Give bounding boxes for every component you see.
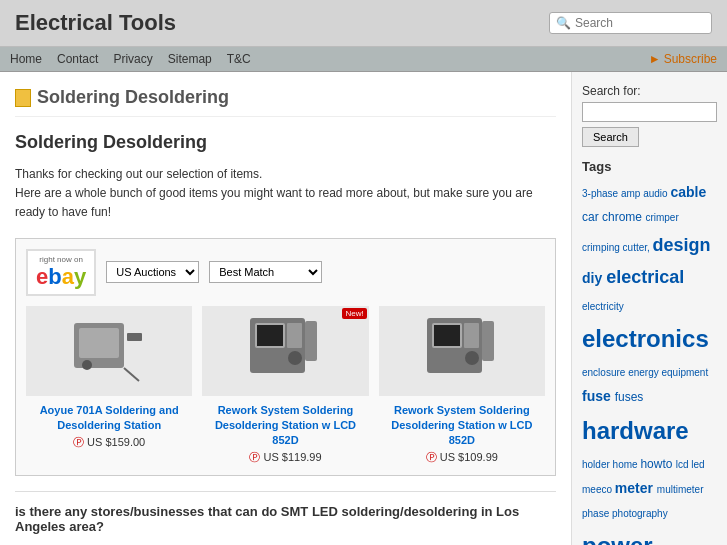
product-link-2[interactable]: Rework System Soldering Desoldering Stat… bbox=[215, 404, 356, 446]
tags-container: 3-phase amp audio cable car chrome crimp… bbox=[582, 180, 717, 545]
svg-rect-16 bbox=[482, 321, 494, 361]
product-grid: Aoyue 701A Soldering and Desoldering Sta… bbox=[26, 306, 545, 465]
page-heading-text: Soldering Desoldering bbox=[37, 87, 229, 108]
section-title: Soldering Desoldering bbox=[15, 132, 556, 153]
svg-rect-10 bbox=[305, 321, 317, 361]
product-title-2: Rework System Soldering Desoldering Stat… bbox=[202, 402, 368, 447]
tag-power[interactable]: power bbox=[582, 532, 659, 545]
svg-rect-2 bbox=[127, 333, 142, 341]
tags-title: Tags bbox=[582, 159, 717, 174]
tag-diy[interactable]: diy bbox=[582, 270, 606, 286]
ebay-widget: right now on ebay US Auctions UK Auction… bbox=[15, 238, 556, 476]
svg-rect-8 bbox=[287, 323, 302, 348]
tag-fuses[interactable]: fuses bbox=[615, 390, 644, 404]
sort-select[interactable]: Best Match Price + Shipping Newly Listed bbox=[209, 261, 322, 283]
qa-section: is there any stores/businesses that can … bbox=[15, 491, 556, 545]
product-price-value-3: US $109.99 bbox=[440, 451, 498, 463]
tag-car[interactable]: car bbox=[582, 210, 602, 224]
tag-howto[interactable]: howto bbox=[640, 457, 675, 471]
svg-rect-14 bbox=[464, 323, 479, 348]
product-title-1: Aoyue 701A Soldering and Desoldering Sta… bbox=[26, 402, 192, 432]
tag-crimper[interactable]: crimper bbox=[645, 212, 678, 223]
tag-electrical[interactable]: electrical bbox=[606, 267, 684, 287]
tag-electronics[interactable]: electronics bbox=[582, 325, 709, 352]
tag-electricity[interactable]: electricity bbox=[582, 301, 624, 312]
tag-multimeter[interactable]: multimeter bbox=[657, 484, 704, 495]
tag-meeco[interactable]: meeco bbox=[582, 484, 615, 495]
header-search-box: 🔍 bbox=[549, 12, 712, 34]
nav-privacy[interactable]: Privacy bbox=[113, 52, 152, 66]
nav-contact[interactable]: Contact bbox=[57, 52, 98, 66]
ebay-controls: right now on ebay US Auctions UK Auction… bbox=[26, 249, 545, 296]
new-badge: New! bbox=[342, 308, 366, 319]
svg-rect-13 bbox=[434, 325, 460, 346]
svg-rect-1 bbox=[79, 328, 119, 358]
product-title-3: Rework System Soldering Desoldering Stat… bbox=[379, 402, 545, 447]
tag-led[interactable]: led bbox=[691, 459, 704, 470]
product-price-2: Ⓟ US $119.99 bbox=[202, 450, 368, 465]
subscribe-link[interactable]: ► Subscribe bbox=[649, 52, 717, 66]
sidebar-search-button[interactable]: Search bbox=[582, 127, 639, 147]
intro-line1: Thanks for checking out our selection of… bbox=[15, 167, 262, 181]
sidebar: Search for: Search Tags 3-phase amp audi… bbox=[572, 72, 727, 545]
auction-select[interactable]: US Auctions UK Auctions CA Auctions bbox=[106, 261, 199, 283]
header-search-input[interactable] bbox=[575, 16, 705, 30]
tag-home[interactable]: home bbox=[613, 459, 641, 470]
site-title: Electrical Tools bbox=[15, 10, 176, 36]
nav-sitemap[interactable]: Sitemap bbox=[168, 52, 212, 66]
tag-cable[interactable]: cable bbox=[670, 184, 706, 200]
tag-amp[interactable]: amp bbox=[621, 188, 643, 199]
tag-energy[interactable]: energy bbox=[628, 367, 661, 378]
sidebar-search-input[interactable] bbox=[582, 102, 717, 122]
tag-photography[interactable]: photography bbox=[612, 508, 668, 519]
product-link-1[interactable]: Aoyue 701A Soldering and Desoldering Sta… bbox=[40, 404, 179, 431]
tag-crimping[interactable]: crimping bbox=[582, 242, 623, 253]
product-price-value-1: US $159.00 bbox=[87, 436, 145, 448]
page-heading: Soldering Desoldering bbox=[15, 87, 556, 117]
tag-phase[interactable]: phase bbox=[582, 508, 612, 519]
ebay-now-on: right now on bbox=[36, 255, 86, 264]
tag-meter[interactable]: meter bbox=[615, 480, 657, 496]
search-icon: 🔍 bbox=[556, 16, 571, 30]
product-img-3 bbox=[379, 306, 545, 396]
intro-text: Thanks for checking out our selection of… bbox=[15, 165, 556, 223]
tag-hardware[interactable]: hardware bbox=[582, 417, 689, 444]
product-img-2: New! bbox=[202, 306, 368, 396]
tag-audio[interactable]: audio bbox=[643, 188, 670, 199]
tag-lcd[interactable]: lcd bbox=[676, 459, 692, 470]
subscribe-label: Subscribe bbox=[664, 52, 717, 66]
intro-line2: Here are a whole bunch of good items you… bbox=[15, 186, 533, 219]
page-icon bbox=[15, 89, 31, 107]
svg-point-3 bbox=[82, 360, 92, 370]
svg-line-4 bbox=[124, 368, 139, 381]
qa-answer: Just like the question says. I need some… bbox=[15, 542, 556, 545]
tag-enclosure[interactable]: enclosure bbox=[582, 367, 628, 378]
nav-links: Home Contact Privacy Sitemap T&C bbox=[10, 52, 251, 66]
product-img-1 bbox=[26, 306, 192, 396]
svg-rect-7 bbox=[257, 325, 283, 346]
rss-icon: ► bbox=[649, 52, 661, 66]
product-item-3: Rework System Soldering Desoldering Stat… bbox=[379, 306, 545, 465]
tag-fuse[interactable]: fuse bbox=[582, 388, 615, 404]
tag-equipment[interactable]: equipment bbox=[662, 367, 709, 378]
product-item-2: New! Rework System Soldering bbox=[202, 306, 368, 465]
tag-chrome[interactable]: chrome bbox=[602, 210, 645, 224]
product-link-3[interactable]: Rework System Soldering Desoldering Stat… bbox=[391, 404, 532, 446]
navigation: Home Contact Privacy Sitemap T&C ► Subsc… bbox=[0, 47, 727, 72]
tag-cutter-[interactable]: cutter, bbox=[623, 242, 653, 253]
tag-design[interactable]: design bbox=[653, 235, 711, 255]
product-price-value-2: US $119.99 bbox=[263, 451, 321, 463]
svg-point-15 bbox=[465, 351, 479, 365]
tag-3-phase[interactable]: 3-phase bbox=[582, 188, 621, 199]
ebay-logo: ebay bbox=[36, 264, 86, 290]
price-icon-1: Ⓟ bbox=[73, 435, 84, 450]
tag-holder[interactable]: holder bbox=[582, 459, 613, 470]
tags-section: Tags 3-phase amp audio cable car chrome … bbox=[582, 159, 717, 545]
product-price-3: Ⓟ US $109.99 bbox=[379, 450, 545, 465]
nav-home[interactable]: Home bbox=[10, 52, 42, 66]
product-price-1: Ⓟ US $159.00 bbox=[26, 435, 192, 450]
search-for-label: Search for: bbox=[582, 84, 717, 98]
svg-point-9 bbox=[288, 351, 302, 365]
qa-question: is there any stores/businesses that can … bbox=[15, 504, 556, 534]
nav-tc[interactable]: T&C bbox=[227, 52, 251, 66]
